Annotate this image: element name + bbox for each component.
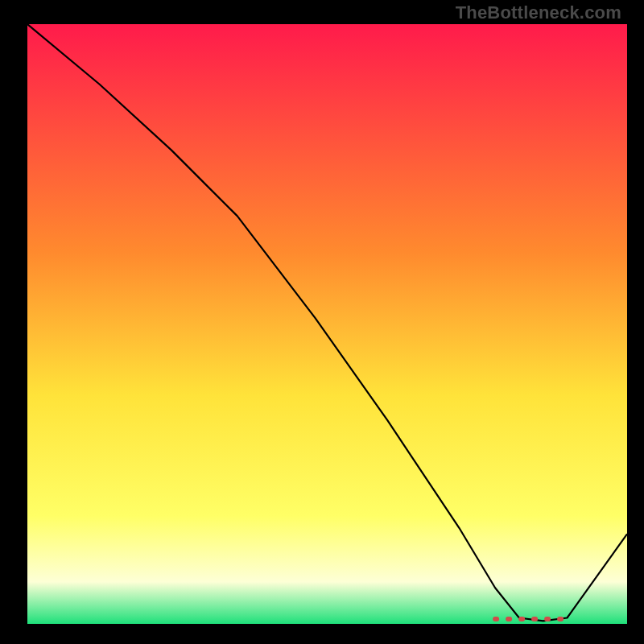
curve-layer xyxy=(27,24,627,624)
plot-area xyxy=(27,24,627,624)
chart-stage: TheBottleneck.com xyxy=(0,0,644,644)
watermark-text: TheBottleneck.com xyxy=(456,2,621,23)
bottleneck-curve xyxy=(27,24,627,621)
